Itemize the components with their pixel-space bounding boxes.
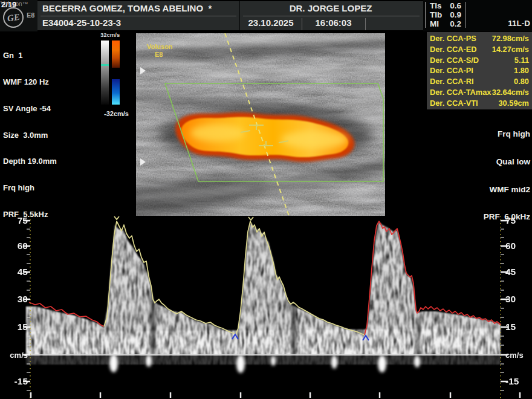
divider [425, 2, 426, 28]
spectral-doppler-trace [0, 216, 532, 399]
axis-label: 45 [0, 267, 28, 277]
logo-area: Voluson™ 2/19 GE E8 [0, 0, 37, 31]
physician-name: DR. JORGE LOPEZ [240, 3, 421, 13]
axis-label: 30 [0, 294, 28, 305]
bmode-parameters: Gn 1 WMF 120 Hz SV Angle -54 Size 3.0mm … [3, 34, 57, 237]
spectral-doppler-viewport[interactable] [0, 216, 532, 399]
measurement-row: Der. CCA-TAmax32.64cm/s [427, 88, 532, 97]
scale-max-label: 32cm/s [100, 31, 120, 38]
axis-label: 15 [0, 322, 28, 332]
axis-label: 75 [0, 215, 28, 226]
ti-row: TIs0.6 [430, 1, 461, 10]
scale-min-label: -32cm/s [104, 110, 129, 117]
axis-label: 75 [505, 215, 532, 226]
measurement-row: Der. CCA-PI1.80 [427, 66, 532, 75]
color-scale-bar: 32cm/s -32cm/s [99, 31, 135, 122]
patient-bar: BECERRA GOMEZ, TOMAS ABELINO * E34004-25… [37, 1, 423, 30]
measurement-results-panel: Der. CCA-PS72.98cm/s Der. CCA-ED14.27cm/… [427, 32, 532, 109]
flow-away-bar [112, 79, 120, 105]
measurement-row: Der. CCA-PS72.98cm/s [427, 34, 532, 43]
bmode-image-viewport[interactable]: Voluson E8 [136, 33, 385, 216]
ti-row: MI0.2 [430, 19, 461, 28]
ti-row: TIb0.9 [430, 10, 461, 19]
spectrum-fill [26, 222, 501, 365]
patient-name: BECERRA GOMEZ, TOMAS ABELINO * [42, 3, 212, 13]
measurement-row: Der. CCA-VTI30.59cm [427, 99, 532, 108]
axis-label: 60 [505, 241, 532, 251]
axis-label: -15 [0, 376, 28, 387]
exam-time: 16:06:03 [302, 18, 365, 28]
probe-name: 11L-D [469, 19, 530, 28]
axis-label: 60 [0, 241, 28, 251]
axis-label: 15 [505, 322, 532, 332]
model-label: E8 [27, 11, 34, 19]
svg-text:E8: E8 [155, 51, 163, 58]
gray-marker [101, 64, 109, 66]
time-axis-ticks [31, 392, 520, 398]
axis-label: 45 [505, 267, 532, 277]
ultrasound-screen: Voluson™ 2/19 GE E8 BECERRA GOMEZ, TOMAS… [0, 0, 532, 399]
ge-logo-icon: GE [3, 7, 24, 28]
divider [41, 16, 236, 16]
acoustic-output-block: TIs0.6 TIb0.9 MI0.2 11L-D VAS 3.8cm / 1.… [423, 0, 532, 31]
measurement-row: Der. CCA-ED14.27cm/s [427, 45, 532, 54]
grayscale-bar [101, 41, 109, 105]
measurement-row: Der. CCA-S/D5.11 [427, 56, 532, 65]
divider [365, 18, 366, 30]
divider [243, 16, 420, 16]
axis-unit-label: cm/s [0, 351, 28, 360]
exam-date: 23.10.2025 [240, 18, 302, 28]
axis-label: -15 [505, 376, 532, 387]
divider [465, 2, 466, 28]
axis-unit-label: cm/s [505, 351, 532, 360]
bmode-image: Voluson E8 [136, 33, 385, 216]
measurement-row: Der. CCA-RI0.80 [427, 77, 532, 86]
svg-text:Voluson: Voluson [147, 43, 173, 50]
flow-toward-bar [112, 41, 120, 68]
axis-label: 30 [505, 294, 532, 305]
patient-id: E34004-25-10-23-3 [42, 18, 121, 28]
